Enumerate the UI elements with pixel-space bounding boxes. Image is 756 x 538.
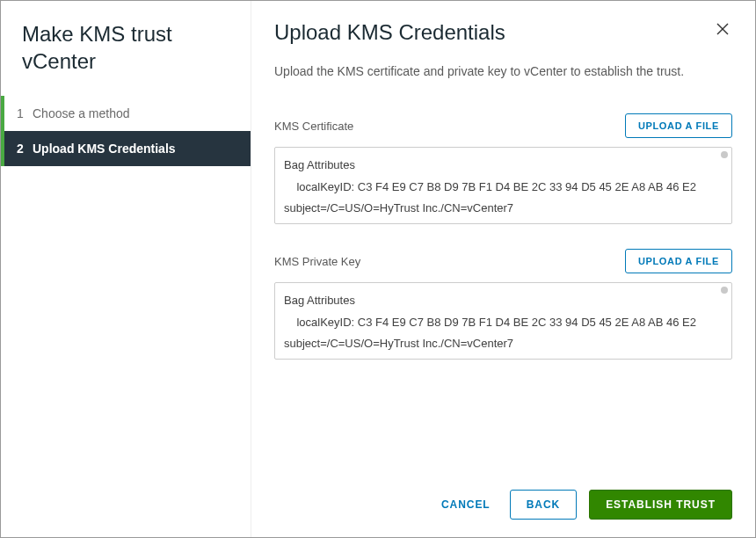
- kms-certificate-label: KMS Certificate: [274, 120, 353, 133]
- close-icon[interactable]: [713, 20, 732, 40]
- scrollbar-thumb[interactable]: [721, 151, 728, 158]
- main-panel: Upload KMS Credentials Upload the KMS ce…: [251, 1, 755, 537]
- step-number: 1: [17, 106, 33, 120]
- page-description: Upload the KMS certificate and private k…: [274, 64, 732, 78]
- wizard-step-1[interactable]: 1 Choose a method: [1, 96, 251, 131]
- step-number: 2: [17, 142, 33, 156]
- section-header: KMS Certificate UPLOAD A FILE: [274, 113, 732, 138]
- kms-private-key-section: KMS Private Key UPLOAD A FILE Bag Attrib…: [274, 249, 732, 360]
- wizard-title: Make KMS trust vCenter: [1, 20, 251, 96]
- header-row: Upload KMS Credentials: [274, 20, 732, 45]
- kms-certificate-content: Bag Attributes localKeyID: C3 F4 E9 C7 B…: [275, 148, 731, 223]
- wizard-sidebar: Make KMS trust vCenter 1 Choose a method…: [1, 1, 251, 537]
- kms-private-key-textarea[interactable]: Bag Attributes localKeyID: C3 F4 E9 C7 B…: [274, 282, 732, 360]
- back-button[interactable]: BACK: [510, 490, 578, 520]
- dialog: Make KMS trust vCenter 1 Choose a method…: [0, 0, 756, 538]
- establish-trust-button[interactable]: ESTABLISH TRUST: [589, 490, 732, 520]
- dialog-footer: CANCEL BACK ESTABLISH TRUST: [274, 476, 732, 520]
- wizard-step-2[interactable]: 2 Upload KMS Credentials: [1, 131, 251, 166]
- kms-certificate-textarea[interactable]: Bag Attributes localKeyID: C3 F4 E9 C7 B…: [274, 147, 732, 224]
- kms-private-key-content: Bag Attributes localKeyID: C3 F4 E9 C7 B…: [275, 283, 731, 359]
- kms-certificate-section: KMS Certificate UPLOAD A FILE Bag Attrib…: [274, 113, 732, 224]
- section-header: KMS Private Key UPLOAD A FILE: [274, 249, 732, 273]
- cancel-button[interactable]: CANCEL: [434, 490, 498, 520]
- step-label: Choose a method: [33, 106, 130, 120]
- step-label: Upload KMS Credentials: [33, 142, 176, 156]
- page-title: Upload KMS Credentials: [274, 20, 505, 45]
- upload-private-key-button[interactable]: UPLOAD A FILE: [625, 249, 732, 273]
- scrollbar-thumb[interactable]: [721, 287, 728, 294]
- kms-private-key-label: KMS Private Key: [274, 255, 360, 268]
- upload-certificate-button[interactable]: UPLOAD A FILE: [625, 113, 732, 138]
